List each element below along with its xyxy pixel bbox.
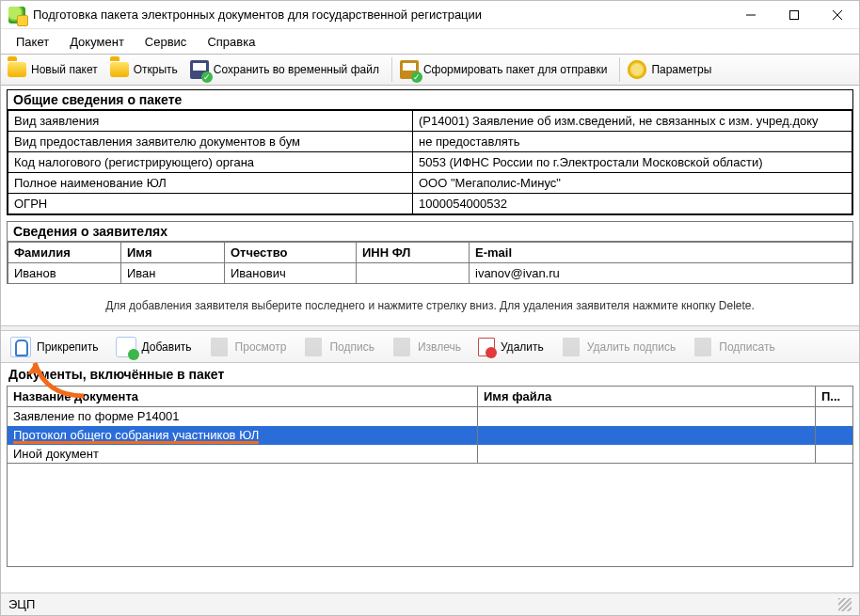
signature-label: Подпись	[329, 340, 374, 354]
gear-icon	[627, 59, 647, 80]
menu-help[interactable]: Справка	[198, 32, 264, 52]
new-package-button[interactable]: Новый пакет	[5, 56, 105, 83]
svg-rect-1	[790, 10, 799, 19]
delete-signature-icon	[561, 337, 581, 357]
attach-button[interactable]: Прикрепить	[7, 334, 108, 360]
col-email[interactable]: E-mail	[470, 243, 852, 263]
doc-file-cell[interactable]	[478, 426, 816, 445]
form-package-label: Сформировать пакет для отправки	[423, 63, 608, 76]
info-row: Код налогового (регистрирующего) органа5…	[8, 152, 852, 173]
doc-row[interactable]: Заявление по форме Р14001	[8, 407, 853, 426]
doc-p-cell[interactable]	[816, 426, 853, 445]
window-title: Подготовка пакета электронных документов…	[33, 8, 729, 22]
attach-icon	[10, 337, 31, 357]
doc-name-cell[interactable]: Иной документ	[8, 445, 478, 464]
params-label: Параметры	[651, 63, 711, 76]
info-row: Вид заявления(Р14001) Заявление об изм.с…	[8, 111, 852, 132]
doc-p-cell[interactable]	[816, 407, 853, 426]
statusbar: ЭЦП	[1, 592, 859, 615]
col-doc-p[interactable]: П...	[816, 387, 853, 407]
applicants-header: Сведения о заявителях	[8, 222, 852, 242]
add-label: Добавить	[142, 340, 192, 354]
sign-button[interactable]: Подписать	[689, 334, 784, 360]
info-value[interactable]: не предоставлять	[413, 132, 852, 152]
save-icon: ✓	[189, 59, 210, 80]
general-panel: Общие сведения о пакете Вид заявления(Р1…	[7, 89, 853, 215]
menu-service[interactable]: Сервис	[135, 32, 197, 52]
doc-row[interactable]: Иной документ	[8, 445, 853, 464]
applicants-table: Фамилия Имя Отчество ИНН ФЛ E-mail Ивано…	[8, 242, 852, 284]
view-button[interactable]: Просмотр	[205, 334, 296, 360]
signature-icon	[303, 337, 324, 357]
doc-file-cell[interactable]	[478, 445, 816, 464]
col-doc-name[interactable]: Название документа	[8, 387, 478, 407]
folder-icon	[7, 59, 27, 80]
info-value[interactable]: 1000054000532	[413, 194, 852, 214]
folder-open-icon	[109, 59, 130, 80]
doc-name-cell[interactable]: Протокол общего собрания участников ЮЛ	[8, 426, 478, 445]
general-info-table: Вид заявления(Р14001) Заявление об изм.с…	[8, 110, 852, 214]
info-label: ОГРН	[8, 194, 413, 214]
info-label: Вид заявления	[8, 111, 413, 132]
cell-patronymic[interactable]: Иванович	[225, 263, 357, 284]
docs-header-row: Название документа Имя файла П...	[8, 387, 853, 407]
minimize-button[interactable]	[729, 1, 772, 29]
titlebar: Подготовка пакета электронных документов…	[1, 1, 859, 29]
documents-header: Документы, включённые в пакет	[7, 363, 853, 386]
delete-button[interactable]: Удалить	[474, 334, 553, 360]
info-label: Вид предоставления заявителю документов …	[8, 132, 413, 152]
status-right	[838, 598, 852, 611]
menubar: Пакет Документ Сервис Справка	[1, 29, 859, 54]
menu-package[interactable]: Пакет	[7, 32, 58, 52]
doc-p-cell[interactable]	[816, 445, 853, 464]
params-button[interactable]: Параметры	[625, 56, 719, 83]
info-value[interactable]: 5053 (ИФНС России по г.Электростали Моск…	[413, 152, 852, 173]
info-value[interactable]: ООО "Мегаполис-Минус"	[413, 173, 852, 194]
info-row: Полное наименование ЮЛООО "Мегаполис-Мин…	[8, 173, 852, 194]
open-label: Открыть	[134, 63, 178, 76]
open-button[interactable]: Открыть	[107, 56, 185, 83]
info-label: Код налогового (регистрирующего) органа	[8, 152, 413, 173]
extract-button[interactable]: Извлечь	[388, 334, 470, 360]
col-lastname[interactable]: Фамилия	[8, 243, 121, 263]
resize-grip-icon[interactable]	[838, 598, 852, 611]
delete-label: Удалить	[501, 340, 544, 354]
cell-lastname[interactable]: Иванов	[8, 263, 121, 284]
applicants-header-row: Фамилия Имя Отчество ИНН ФЛ E-mail	[8, 243, 852, 263]
cell-email[interactable]: ivanov@ivan.ru	[470, 263, 852, 284]
app-icon	[8, 7, 25, 24]
menu-document[interactable]: Документ	[60, 32, 134, 52]
doc-name-cell[interactable]: Заявление по форме Р14001	[8, 407, 478, 426]
doc-name-highlight: Протокол общего собрания участников ЮЛ	[13, 428, 259, 442]
doc-file-cell[interactable]	[478, 407, 816, 426]
col-patronymic[interactable]: Отчество	[225, 243, 357, 263]
col-inn[interactable]: ИНН ФЛ	[357, 243, 470, 263]
applicants-hint: Для добавления заявителя выберите послед…	[7, 290, 853, 324]
col-firstname[interactable]: Имя	[121, 243, 225, 263]
save-temp-button[interactable]: ✓ Сохранить во временный файл	[187, 56, 387, 83]
delete-signature-button[interactable]: Удалить подпись	[557, 334, 686, 360]
toolbar-separator	[391, 57, 392, 82]
add-icon	[116, 337, 136, 357]
add-button[interactable]: Добавить	[112, 334, 201, 360]
status-label: ЭЦП	[8, 597, 35, 611]
window-controls	[729, 1, 859, 29]
applicant-row[interactable]: Иванов Иван Иванович ivanov@ivan.ru	[8, 263, 852, 284]
documents-empty-area[interactable]	[7, 464, 853, 567]
applicants-panel: Сведения о заявителях Фамилия Имя Отчест…	[7, 221, 853, 284]
col-doc-filename[interactable]: Имя файла	[478, 387, 816, 407]
signature-button[interactable]: Подпись	[299, 334, 384, 360]
sign-label: Подписать	[719, 340, 774, 354]
cell-firstname[interactable]: Иван	[121, 263, 225, 284]
info-value[interactable]: (Р14001) Заявление об изм.сведений, не с…	[413, 111, 852, 132]
doc-row-selected[interactable]: Протокол общего собрания участников ЮЛ	[8, 426, 853, 445]
save-temp-label: Сохранить во временный файл	[214, 63, 379, 76]
form-package-button[interactable]: ✓ Сформировать пакет для отправки	[397, 56, 615, 83]
view-label: Просмотр	[235, 340, 287, 354]
maximize-button[interactable]	[772, 1, 816, 29]
close-button[interactable]	[816, 1, 859, 29]
attach-label: Прикрепить	[37, 340, 99, 354]
cell-inn[interactable]	[357, 263, 470, 284]
extract-label: Извлечь	[418, 340, 461, 354]
extract-icon	[391, 337, 412, 357]
